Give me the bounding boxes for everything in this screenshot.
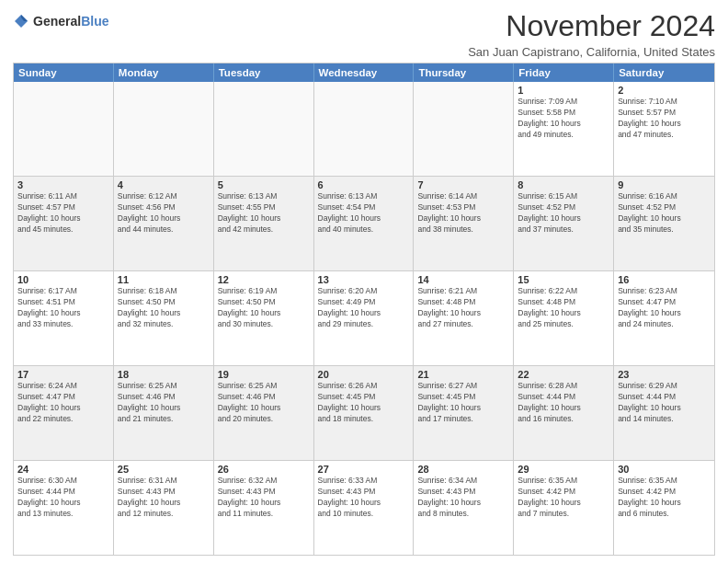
calendar-header-sunday: Sunday [14, 63, 114, 82]
calendar-cell-day-18: 18Sunrise: 6:25 AM Sunset: 4:46 PM Dayli… [114, 366, 214, 460]
day-info: Sunrise: 6:14 AM Sunset: 4:53 PM Dayligh… [417, 191, 509, 236]
calendar-header-thursday: Thursday [414, 63, 514, 82]
main-title: November 2024 [468, 9, 715, 43]
day-info: Sunrise: 6:33 AM Sunset: 4:43 PM Dayligh… [318, 476, 410, 520]
day-info: Sunrise: 6:24 AM Sunset: 4:47 PM Dayligh… [17, 381, 109, 425]
calendar-cell-day-23: 23Sunrise: 6:29 AM Sunset: 4:44 PM Dayli… [614, 366, 714, 460]
calendar-cell-day-6: 6Sunrise: 6:13 AM Sunset: 4:54 PM Daylig… [314, 177, 415, 270]
subtitle: San Juan Capistrano, California, United … [468, 45, 715, 59]
calendar-cell-day-16: 16Sunrise: 6:23 AM Sunset: 4:47 PM Dayli… [614, 271, 714, 365]
calendar-header-saturday: Saturday [614, 63, 714, 82]
day-number: 1 [518, 85, 609, 96]
logo: GeneralBlue [13, 13, 108, 29]
calendar-cell-day-12: 12Sunrise: 6:19 AM Sunset: 4:50 PM Dayli… [214, 271, 314, 365]
day-info: Sunrise: 6:25 AM Sunset: 4:46 PM Dayligh… [218, 381, 310, 425]
day-number: 19 [218, 369, 310, 380]
calendar-cell-empty [114, 82, 214, 176]
calendar-cell-day-13: 13Sunrise: 6:20 AM Sunset: 4:49 PM Dayli… [314, 271, 415, 365]
day-info: Sunrise: 6:15 AM Sunset: 4:52 PM Dayligh… [518, 191, 609, 236]
day-info: Sunrise: 6:13 AM Sunset: 4:55 PM Dayligh… [218, 191, 310, 236]
day-number: 30 [618, 464, 711, 475]
day-number: 18 [118, 369, 210, 380]
calendar-cell-day-22: 22Sunrise: 6:28 AM Sunset: 4:44 PM Dayli… [514, 366, 614, 460]
calendar-cell-empty [314, 82, 415, 176]
calendar-cell-empty [414, 82, 514, 176]
calendar-cell-day-21: 21Sunrise: 6:27 AM Sunset: 4:45 PM Dayli… [414, 366, 514, 460]
calendar-row-5: 24Sunrise: 6:30 AM Sunset: 4:44 PM Dayli… [14, 461, 714, 555]
day-number: 3 [17, 179, 109, 190]
calendar-header-wednesday: Wednesday [314, 63, 415, 82]
calendar-header-monday: Monday [114, 63, 214, 82]
calendar-cell-day-3: 3Sunrise: 6:11 AM Sunset: 4:57 PM Daylig… [14, 177, 114, 270]
calendar-cell-day-26: 26Sunrise: 6:32 AM Sunset: 4:43 PM Dayli… [214, 461, 314, 555]
logo-icon [13, 13, 29, 29]
day-info: Sunrise: 6:35 AM Sunset: 4:42 PM Dayligh… [618, 476, 711, 520]
calendar-cell-day-20: 20Sunrise: 6:26 AM Sunset: 4:45 PM Dayli… [314, 366, 415, 460]
calendar-cell-day-11: 11Sunrise: 6:18 AM Sunset: 4:50 PM Dayli… [114, 271, 214, 365]
day-info: Sunrise: 6:29 AM Sunset: 4:44 PM Dayligh… [618, 381, 711, 425]
day-info: Sunrise: 6:12 AM Sunset: 4:56 PM Dayligh… [118, 191, 210, 236]
day-number: 6 [318, 179, 410, 190]
calendar-cell-day-8: 8Sunrise: 6:15 AM Sunset: 4:52 PM Daylig… [514, 177, 614, 270]
calendar-row-2: 3Sunrise: 6:11 AM Sunset: 4:57 PM Daylig… [14, 177, 714, 271]
day-info: Sunrise: 6:17 AM Sunset: 4:51 PM Dayligh… [17, 286, 109, 330]
day-info: Sunrise: 6:19 AM Sunset: 4:50 PM Dayligh… [218, 286, 310, 330]
calendar: SundayMondayTuesdayWednesdayThursdayFrid… [13, 63, 715, 556]
calendar-cell-day-19: 19Sunrise: 6:25 AM Sunset: 4:46 PM Dayli… [214, 366, 314, 460]
logo-text-blue: Blue [81, 14, 108, 29]
day-info: Sunrise: 6:11 AM Sunset: 4:57 PM Dayligh… [17, 191, 109, 236]
day-info: Sunrise: 6:20 AM Sunset: 4:49 PM Dayligh… [318, 286, 410, 330]
calendar-cell-day-24: 24Sunrise: 6:30 AM Sunset: 4:44 PM Dayli… [14, 461, 114, 555]
day-info: Sunrise: 7:09 AM Sunset: 5:58 PM Dayligh… [518, 97, 609, 141]
day-number: 5 [218, 179, 310, 190]
calendar-cell-day-7: 7Sunrise: 6:14 AM Sunset: 4:53 PM Daylig… [414, 177, 514, 270]
calendar-cell-day-17: 17Sunrise: 6:24 AM Sunset: 4:47 PM Dayli… [14, 366, 114, 460]
calendar-cell-day-25: 25Sunrise: 6:31 AM Sunset: 4:43 PM Dayli… [114, 461, 214, 555]
calendar-cell-empty [14, 82, 114, 176]
day-info: Sunrise: 6:18 AM Sunset: 4:50 PM Dayligh… [118, 286, 210, 330]
day-info: Sunrise: 6:13 AM Sunset: 4:54 PM Dayligh… [318, 191, 410, 236]
calendar-cell-day-27: 27Sunrise: 6:33 AM Sunset: 4:43 PM Dayli… [314, 461, 415, 555]
day-info: Sunrise: 6:26 AM Sunset: 4:45 PM Dayligh… [318, 381, 410, 425]
day-number: 23 [618, 369, 711, 380]
day-info: Sunrise: 6:25 AM Sunset: 4:46 PM Dayligh… [118, 381, 210, 425]
page: GeneralBlue November 2024 San Juan Capis… [0, 0, 728, 563]
day-info: Sunrise: 6:30 AM Sunset: 4:44 PM Dayligh… [17, 476, 109, 520]
calendar-cell-day-30: 30Sunrise: 6:35 AM Sunset: 4:42 PM Dayli… [614, 461, 714, 555]
day-info: Sunrise: 6:23 AM Sunset: 4:47 PM Dayligh… [618, 286, 711, 330]
day-number: 9 [618, 179, 711, 190]
day-info: Sunrise: 6:32 AM Sunset: 4:43 PM Dayligh… [218, 476, 310, 520]
calendar-cell-day-14: 14Sunrise: 6:21 AM Sunset: 4:48 PM Dayli… [414, 271, 514, 365]
calendar-cell-day-10: 10Sunrise: 6:17 AM Sunset: 4:51 PM Dayli… [14, 271, 114, 365]
day-info: Sunrise: 6:22 AM Sunset: 4:48 PM Dayligh… [518, 286, 609, 330]
calendar-row-1: 1Sunrise: 7:09 AM Sunset: 5:58 PM Daylig… [14, 82, 714, 177]
day-info: Sunrise: 7:10 AM Sunset: 5:57 PM Dayligh… [618, 97, 711, 141]
calendar-cell-empty [214, 82, 314, 176]
day-info: Sunrise: 6:28 AM Sunset: 4:44 PM Dayligh… [518, 381, 609, 425]
day-number: 22 [518, 369, 609, 380]
title-section: November 2024 San Juan Capistrano, Calif… [468, 9, 715, 59]
calendar-cell-day-9: 9Sunrise: 6:16 AM Sunset: 4:52 PM Daylig… [614, 177, 714, 270]
calendar-cell-day-28: 28Sunrise: 6:34 AM Sunset: 4:43 PM Dayli… [414, 461, 514, 555]
day-number: 25 [118, 464, 210, 475]
logo-text-general: General [33, 14, 81, 29]
day-info: Sunrise: 6:16 AM Sunset: 4:52 PM Dayligh… [618, 191, 711, 236]
calendar-cell-day-15: 15Sunrise: 6:22 AM Sunset: 4:48 PM Dayli… [514, 271, 614, 365]
calendar-cell-day-29: 29Sunrise: 6:35 AM Sunset: 4:42 PM Dayli… [514, 461, 614, 555]
header: GeneralBlue November 2024 San Juan Capis… [13, 9, 715, 59]
day-number: 20 [318, 369, 410, 380]
day-number: 24 [17, 464, 109, 475]
day-info: Sunrise: 6:21 AM Sunset: 4:48 PM Dayligh… [417, 286, 509, 330]
day-number: 28 [417, 464, 509, 475]
calendar-cell-day-2: 2Sunrise: 7:10 AM Sunset: 5:57 PM Daylig… [614, 82, 714, 176]
day-info: Sunrise: 6:31 AM Sunset: 4:43 PM Dayligh… [118, 476, 210, 520]
day-number: 4 [118, 179, 210, 190]
day-number: 21 [417, 369, 509, 380]
day-number: 15 [518, 274, 609, 285]
day-number: 7 [417, 179, 509, 190]
calendar-header-friday: Friday [514, 63, 614, 82]
calendar-row-3: 10Sunrise: 6:17 AM Sunset: 4:51 PM Dayli… [14, 271, 714, 366]
day-number: 11 [118, 274, 210, 285]
day-number: 27 [318, 464, 410, 475]
calendar-header-tuesday: Tuesday [214, 63, 314, 82]
